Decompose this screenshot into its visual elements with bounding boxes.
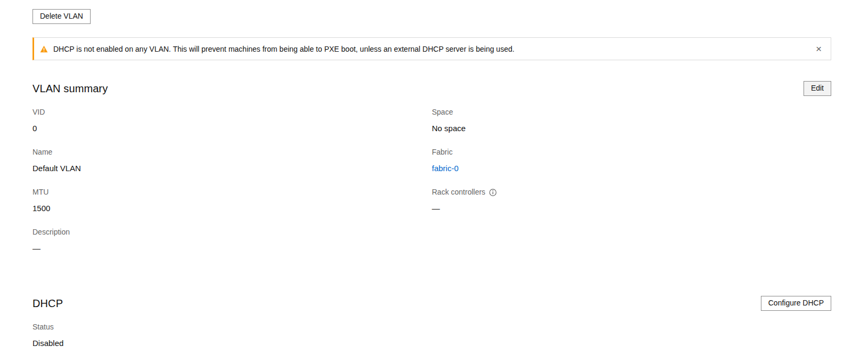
vlan-summary-fields: VID 0 Name Default VLAN MTU 1500 Descrip… [33,107,831,267]
field-rack-controllers-label-text: Rack controllers [432,187,485,197]
field-fabric-label: Fabric [432,147,832,157]
field-space-value: No space [432,123,832,134]
field-mtu-value: 1500 [33,203,432,214]
info-icon[interactable] [489,189,497,196]
close-icon[interactable]: × [816,44,822,54]
field-rack-controllers-value: — [432,203,832,214]
field-description-label: Description [33,227,432,237]
vlan-summary-left-column: VID 0 Name Default VLAN MTU 1500 Descrip… [33,107,432,267]
dhcp-left-column: Status Disabled About DHCP [33,322,432,362]
vlan-summary-section: VLAN summary Edit VID 0 Name Default VLA… [33,81,831,267]
delete-vlan-button[interactable]: Delete VLAN [33,9,91,24]
field-vid-label: VID [33,107,432,117]
field-rack-controllers: Rack controllers — [432,187,832,214]
edit-button[interactable]: Edit [804,81,831,96]
field-dhcp-status-value: Disabled [33,338,432,349]
dhcp-fields: Status Disabled About DHCP [33,322,831,362]
configure-dhcp-button[interactable]: Configure DHCP [761,296,831,311]
field-vid: VID 0 [33,107,432,134]
fabric-link[interactable]: fabric-0 [432,164,459,173]
vlan-summary-right-column: Space No space Fabric fabric-0 Rack cont… [432,107,832,267]
warning-message: DHCP is not enabled on any VLAN. This wi… [53,45,807,53]
field-dhcp-status: Status Disabled [33,322,432,349]
field-description-value: — [33,243,432,254]
field-name-label: Name [33,147,432,157]
field-dhcp-status-label: Status [33,322,432,332]
vlan-detail-page: Delete VLAN DHCP is not enabled on any V… [0,0,868,362]
field-name-value: Default VLAN [33,163,432,174]
dhcp-warning-banner: DHCP is not enabled on any VLAN. This wi… [33,37,831,60]
field-mtu-label: MTU [33,187,432,197]
field-fabric-value: fabric-0 [432,163,832,174]
vlan-summary-title: VLAN summary [33,83,108,95]
dhcp-section: DHCP Configure DHCP Status Disabled Abou… [33,296,831,362]
field-fabric: Fabric fabric-0 [432,147,832,174]
warning-triangle-icon [40,45,48,53]
field-description: Description — [33,227,432,254]
field-rack-controllers-label: Rack controllers [432,187,832,197]
field-space-label: Space [432,107,832,117]
dhcp-title: DHCP [33,297,63,310]
field-name: Name Default VLAN [33,147,432,174]
vlan-summary-header: VLAN summary Edit [33,81,831,96]
field-mtu: MTU 1500 [33,187,432,214]
dhcp-header: DHCP Configure DHCP [33,296,831,311]
field-vid-value: 0 [33,123,432,134]
field-space: Space No space [432,107,832,134]
